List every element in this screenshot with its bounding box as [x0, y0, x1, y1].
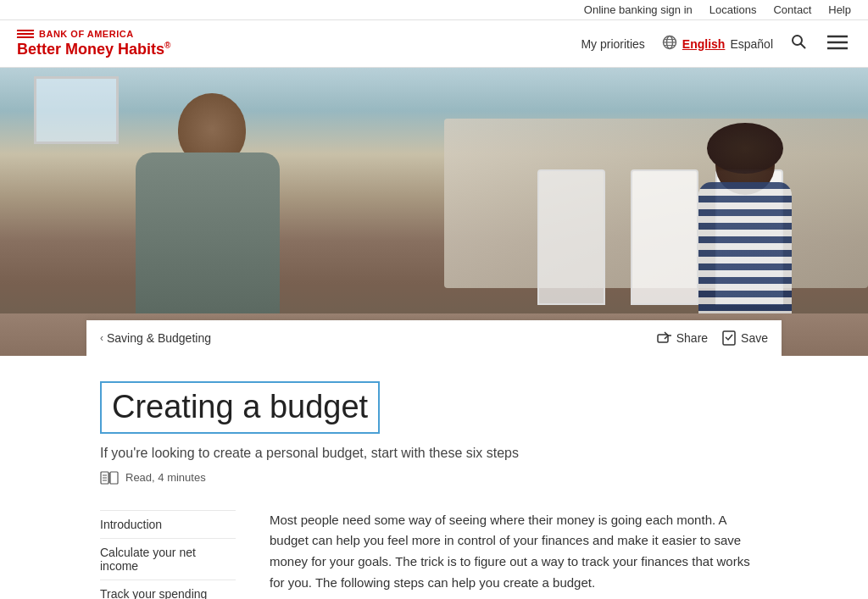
- save-icon: [721, 330, 737, 346]
- hamburger-menu-button[interactable]: [824, 31, 851, 56]
- share-icon: [657, 330, 672, 346]
- article-body-text: Most people need some way of seeing wher…: [270, 510, 768, 594]
- my-priorities-link[interactable]: My priorities: [581, 37, 644, 51]
- book-icon: [100, 471, 119, 485]
- article-actions: Share Save: [657, 330, 768, 346]
- article-meta: Read, 4 minutes: [100, 471, 768, 485]
- share-label: Share: [676, 331, 708, 345]
- sidebar-item-introduction[interactable]: Introduction: [100, 510, 236, 539]
- sidebar-item-net-income[interactable]: Calculate your net income: [100, 539, 236, 580]
- espanol-lang-button[interactable]: Español: [730, 37, 773, 51]
- svg-rect-10: [658, 335, 668, 342]
- english-lang-button[interactable]: English: [682, 37, 726, 51]
- save-button[interactable]: Save: [721, 330, 768, 346]
- article-sidebar: Introduction Calculate your net income T…: [100, 510, 236, 599]
- breadcrumb-text: Saving & Budgeting: [107, 331, 211, 345]
- help-link[interactable]: Help: [828, 3, 851, 16]
- svg-line-6: [801, 44, 805, 48]
- online-banking-link[interactable]: Online banking sign in: [584, 3, 693, 16]
- svg-rect-14: [110, 472, 118, 484]
- boa-flag-icon: [17, 30, 34, 38]
- content-wrapper: Creating a budget If you're looking to c…: [86, 356, 782, 599]
- boa-logo[interactable]: BANK OF AMERICA: [17, 29, 170, 39]
- bmh-brand[interactable]: Better Money Habits®: [17, 41, 170, 58]
- article-meta-text: Read, 4 minutes: [125, 471, 206, 484]
- nav-right: My priorities English Español: [581, 31, 851, 56]
- globe-icon: [662, 35, 677, 53]
- article-title: Creating a budget: [100, 381, 380, 434]
- language-switcher: English Español: [662, 35, 773, 53]
- article-layout: Introduction Calculate your net income T…: [100, 510, 768, 599]
- chevron-left-icon: ‹: [100, 332, 103, 344]
- search-button[interactable]: [790, 33, 807, 54]
- utility-bar: Online banking sign in Locations Contact…: [0, 0, 868, 20]
- share-button[interactable]: Share: [657, 330, 708, 346]
- search-icon: [790, 33, 807, 50]
- article-body: Most people need some way of seeing wher…: [270, 510, 768, 599]
- main-nav: BANK OF AMERICA Better Money Habits® My …: [0, 20, 868, 68]
- sidebar-item-track-spending[interactable]: Track your spending: [100, 580, 236, 599]
- hero-image: ‹ Saving & Budgeting Share Save: [0, 68, 868, 356]
- save-label: Save: [741, 331, 768, 345]
- breadcrumb-link[interactable]: ‹ Saving & Budgeting: [100, 331, 211, 345]
- contact-link[interactable]: Contact: [773, 3, 811, 16]
- locations-link[interactable]: Locations: [709, 3, 757, 16]
- article-subtitle: If you're looking to create a personal b…: [100, 446, 768, 461]
- logo-area: BANK OF AMERICA Better Money Habits®: [17, 29, 170, 58]
- article-nav-bar: ‹ Saving & Budgeting Share Save: [86, 320, 782, 356]
- boa-logo-text: BANK OF AMERICA: [39, 29, 134, 39]
- hamburger-icon: [827, 35, 848, 53]
